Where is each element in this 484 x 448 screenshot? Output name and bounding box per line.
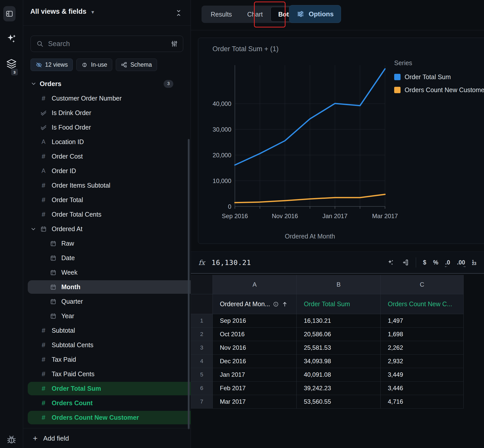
table-cell[interactable]: Nov 2016 [213,341,297,355]
table-cell[interactable]: 16,130.21 [297,314,381,328]
ai-sparkle-icon[interactable] [387,259,394,266]
row-number[interactable]: 4 [191,355,213,368]
formula-value[interactable]: 16,130.21 [211,259,251,267]
table-cell[interactable]: Dec 2016 [213,355,297,368]
string-icon: A [39,167,48,174]
svg-text:Sep 2016: Sep 2016 [222,213,248,219]
table-cell[interactable]: 40,091.08 [297,368,381,382]
sidebar-item-tax-paid[interactable]: #Tax Paid [23,352,191,367]
sidebar-item-order-cost[interactable]: #Order Cost [23,149,191,164]
table-cell[interactable]: 25,581.53 [297,341,381,355]
chip-in-use[interactable]: In-use [76,59,112,71]
table-cell[interactable]: 4,716 [381,395,464,409]
column-header-1[interactable]: Ordered At Mon... [213,294,297,314]
chip-views[interactable]: 12 views [31,59,73,71]
currency-format-icon[interactable]: $ [423,260,426,265]
row-number[interactable]: 7 [191,395,213,409]
info-icon[interactable] [273,301,279,307]
number-icon: # [39,356,48,363]
insert-column-icon[interactable] [401,259,409,266]
tab-chart[interactable]: Chart [239,7,270,21]
table-cell[interactable]: 2,262 [381,341,464,355]
sparkles-icon [6,33,17,44]
collapse-all-button[interactable] [175,9,182,17]
string-icon: A [39,138,48,145]
item-label: Orders Count New Customer [52,414,139,421]
legend-swatch [394,74,401,80]
percent-format-icon[interactable]: % [433,260,438,265]
table-cell[interactable]: Mar 2017 [213,395,297,409]
table-cell[interactable]: Jan 2017 [213,368,297,382]
sidebar-item-ordered-at[interactable]: Ordered At [23,222,191,236]
table-cell[interactable]: 3,446 [381,382,464,395]
table-cell[interactable]: 34,093.98 [297,355,381,368]
sidebar-item-raw[interactable]: Raw [23,236,191,251]
sidebar-item-order-items-subtotal[interactable]: #Order Items Subtotal [23,178,191,193]
table-cell[interactable]: 20,586.06 [297,328,381,341]
sidebar-item-year[interactable]: Year [23,309,191,323]
sidebar-item-subtotal-cents[interactable]: #Subtotal Cents [23,338,191,352]
row-number[interactable]: 3 [191,341,213,355]
debug-button[interactable] [0,434,23,445]
sidebar-item-orders-count-new-customer[interactable]: #Orders Count New Customer [23,410,191,425]
column-letter-C[interactable]: C [381,275,464,294]
column-header-3[interactable]: Orders Count New C... [381,294,464,314]
table-cell[interactable]: 1,497 [381,314,464,328]
table-cell[interactable]: 53,560.55 [297,395,381,409]
row-number[interactable]: 1 [191,314,213,328]
sidebar-item-order-total-cents[interactable]: #Order Total Cents [23,207,191,222]
collapse-panel-button[interactable] [3,6,16,21]
table-cell[interactable]: Sep 2016 [213,314,297,328]
row-number[interactable]: 2 [191,328,213,341]
sidebar-item-customer-order-number[interactable]: #Customer Order Number [23,91,191,106]
sidebar-item-subtotal[interactable]: #Subtotal [23,323,191,338]
sidebar-item-quarter[interactable]: Quarter [23,294,191,309]
sidebar-item-order-id[interactable]: AOrder ID [23,164,191,178]
row-number[interactable]: 6 [191,382,213,395]
table-cell[interactable]: 1,698 [381,328,464,341]
icon-rail: 3 [0,0,23,448]
item-label: Location ID [52,138,84,146]
add-field-row[interactable]: + Add field [23,428,191,448]
column-letter-B[interactable]: B [297,275,381,294]
increase-decimal-icon[interactable]: .00→ [457,260,465,265]
search-filter-icon[interactable] [171,40,178,47]
sidebar-scrollbar[interactable] [188,139,190,429]
formula-bar[interactable]: fx 16,130.21 $ % [191,251,484,274]
sidebar-item-week[interactable]: Week [23,265,191,280]
table-cell[interactable]: Oct 2016 [213,328,297,341]
column-header-2[interactable]: Order Total Sum [297,294,381,314]
views-selector[interactable]: All views & fields▼ [30,8,95,16]
sidebar-item-location-id[interactable]: ALocation ID [23,135,191,149]
filter-chips: 12 views In-use Schema [31,59,157,71]
chip-schema[interactable]: Schema [116,59,157,71]
sidebar-item-order-total-sum[interactable]: #Order Total Sum [23,381,191,396]
search-box[interactable] [31,36,183,52]
table-cell[interactable]: 2,932 [381,355,464,368]
decrease-decimal-icon[interactable]: .0← [445,260,450,265]
column-letter-A[interactable]: A [213,275,297,294]
results-table[interactable]: ABCOrdered At Mon...Order Total SumOrder… [191,275,464,409]
table-cell[interactable]: Feb 2017 [213,382,297,395]
sidebar-item-is-food-order[interactable]: Is Food Order [23,120,191,135]
options-button[interactable]: Options [289,5,341,23]
table-cell[interactable]: 3,449 [381,368,464,382]
sidebar-item-month[interactable]: Month [23,280,191,294]
row-number[interactable]: 5 [191,368,213,382]
group-orders[interactable]: Orders 3 [23,76,191,91]
legend-item[interactable]: Order Total Sum [394,73,484,81]
sidebar-item-is-drink-order[interactable]: Is Drink Order [23,106,191,120]
sidebar-item-order-total[interactable]: #Order Total [23,193,191,207]
ai-assistant-button[interactable] [0,33,23,44]
table-cell[interactable]: 39,242.23 [297,382,381,395]
sort-asc-icon[interactable] [282,301,288,307]
sidebar-item-date[interactable]: Date [23,251,191,265]
search-input[interactable] [48,40,171,48]
number-sequence-icon[interactable]: 1 23 [472,260,476,265]
layers-button[interactable] [0,58,23,70]
legend-item[interactable]: Orders Count New Customer [394,86,484,94]
sidebar-item-orders-count[interactable]: #Orders Count [23,396,191,410]
chip-label: 12 views [45,61,68,68]
sidebar-item-tax-paid-cents[interactable]: #Tax Paid Cents [23,367,191,381]
tab-results[interactable]: Results [203,7,239,21]
